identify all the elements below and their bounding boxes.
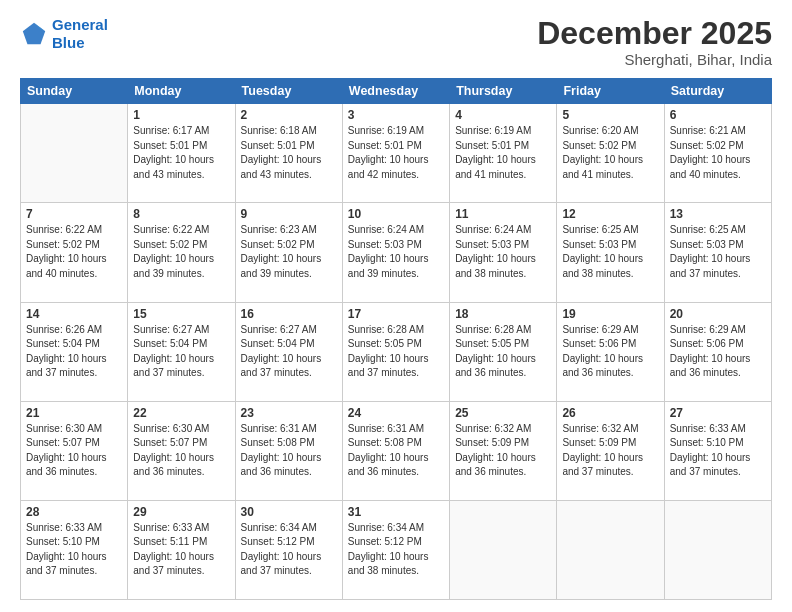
day-info: Sunrise: 6:33 AM Sunset: 5:10 PM Dayligh…	[26, 521, 122, 579]
day-number: 22	[133, 406, 229, 420]
weekday-header-wednesday: Wednesday	[342, 79, 449, 104]
day-info: Sunrise: 6:25 AM Sunset: 5:03 PM Dayligh…	[562, 223, 658, 281]
day-info: Sunrise: 6:21 AM Sunset: 5:02 PM Dayligh…	[670, 124, 766, 182]
calendar-cell: 2Sunrise: 6:18 AM Sunset: 5:01 PM Daylig…	[235, 104, 342, 203]
calendar-cell	[450, 500, 557, 599]
calendar-cell: 26Sunrise: 6:32 AM Sunset: 5:09 PM Dayli…	[557, 401, 664, 500]
day-number: 21	[26, 406, 122, 420]
calendar-cell: 10Sunrise: 6:24 AM Sunset: 5:03 PM Dayli…	[342, 203, 449, 302]
day-number: 15	[133, 307, 229, 321]
day-info: Sunrise: 6:33 AM Sunset: 5:11 PM Dayligh…	[133, 521, 229, 579]
day-info: Sunrise: 6:26 AM Sunset: 5:04 PM Dayligh…	[26, 323, 122, 381]
calendar-cell: 29Sunrise: 6:33 AM Sunset: 5:11 PM Dayli…	[128, 500, 235, 599]
day-number: 1	[133, 108, 229, 122]
day-number: 17	[348, 307, 444, 321]
calendar-cell: 6Sunrise: 6:21 AM Sunset: 5:02 PM Daylig…	[664, 104, 771, 203]
week-row-3: 14Sunrise: 6:26 AM Sunset: 5:04 PM Dayli…	[21, 302, 772, 401]
weekday-header-saturday: Saturday	[664, 79, 771, 104]
day-number: 11	[455, 207, 551, 221]
calendar-cell: 12Sunrise: 6:25 AM Sunset: 5:03 PM Dayli…	[557, 203, 664, 302]
location-title: Sherghati, Bihar, India	[537, 51, 772, 68]
calendar-table: SundayMondayTuesdayWednesdayThursdayFrid…	[20, 78, 772, 600]
calendar-cell: 23Sunrise: 6:31 AM Sunset: 5:08 PM Dayli…	[235, 401, 342, 500]
day-info: Sunrise: 6:29 AM Sunset: 5:06 PM Dayligh…	[670, 323, 766, 381]
day-info: Sunrise: 6:23 AM Sunset: 5:02 PM Dayligh…	[241, 223, 337, 281]
day-info: Sunrise: 6:31 AM Sunset: 5:08 PM Dayligh…	[348, 422, 444, 480]
day-number: 16	[241, 307, 337, 321]
calendar-cell: 5Sunrise: 6:20 AM Sunset: 5:02 PM Daylig…	[557, 104, 664, 203]
day-number: 18	[455, 307, 551, 321]
day-info: Sunrise: 6:20 AM Sunset: 5:02 PM Dayligh…	[562, 124, 658, 182]
week-row-4: 21Sunrise: 6:30 AM Sunset: 5:07 PM Dayli…	[21, 401, 772, 500]
day-number: 13	[670, 207, 766, 221]
day-number: 9	[241, 207, 337, 221]
calendar-cell: 19Sunrise: 6:29 AM Sunset: 5:06 PM Dayli…	[557, 302, 664, 401]
day-number: 20	[670, 307, 766, 321]
weekday-header-sunday: Sunday	[21, 79, 128, 104]
day-number: 23	[241, 406, 337, 420]
day-info: Sunrise: 6:22 AM Sunset: 5:02 PM Dayligh…	[26, 223, 122, 281]
calendar-cell: 20Sunrise: 6:29 AM Sunset: 5:06 PM Dayli…	[664, 302, 771, 401]
day-number: 30	[241, 505, 337, 519]
day-number: 6	[670, 108, 766, 122]
calendar-cell: 7Sunrise: 6:22 AM Sunset: 5:02 PM Daylig…	[21, 203, 128, 302]
day-number: 3	[348, 108, 444, 122]
day-info: Sunrise: 6:17 AM Sunset: 5:01 PM Dayligh…	[133, 124, 229, 182]
calendar-body: 1Sunrise: 6:17 AM Sunset: 5:01 PM Daylig…	[21, 104, 772, 600]
calendar-cell: 1Sunrise: 6:17 AM Sunset: 5:01 PM Daylig…	[128, 104, 235, 203]
calendar-cell: 28Sunrise: 6:33 AM Sunset: 5:10 PM Dayli…	[21, 500, 128, 599]
day-info: Sunrise: 6:24 AM Sunset: 5:03 PM Dayligh…	[348, 223, 444, 281]
day-info: Sunrise: 6:28 AM Sunset: 5:05 PM Dayligh…	[455, 323, 551, 381]
calendar-cell: 18Sunrise: 6:28 AM Sunset: 5:05 PM Dayli…	[450, 302, 557, 401]
calendar-cell	[664, 500, 771, 599]
day-info: Sunrise: 6:30 AM Sunset: 5:07 PM Dayligh…	[133, 422, 229, 480]
day-info: Sunrise: 6:25 AM Sunset: 5:03 PM Dayligh…	[670, 223, 766, 281]
day-info: Sunrise: 6:28 AM Sunset: 5:05 PM Dayligh…	[348, 323, 444, 381]
day-number: 28	[26, 505, 122, 519]
weekday-header-row: SundayMondayTuesdayWednesdayThursdayFrid…	[21, 79, 772, 104]
day-info: Sunrise: 6:33 AM Sunset: 5:10 PM Dayligh…	[670, 422, 766, 480]
calendar-cell: 30Sunrise: 6:34 AM Sunset: 5:12 PM Dayli…	[235, 500, 342, 599]
logo-icon	[20, 20, 48, 48]
day-info: Sunrise: 6:29 AM Sunset: 5:06 PM Dayligh…	[562, 323, 658, 381]
calendar-cell: 24Sunrise: 6:31 AM Sunset: 5:08 PM Dayli…	[342, 401, 449, 500]
title-block: December 2025 Sherghati, Bihar, India	[537, 16, 772, 68]
weekday-header-monday: Monday	[128, 79, 235, 104]
day-info: Sunrise: 6:27 AM Sunset: 5:04 PM Dayligh…	[133, 323, 229, 381]
weekday-header-thursday: Thursday	[450, 79, 557, 104]
day-info: Sunrise: 6:27 AM Sunset: 5:04 PM Dayligh…	[241, 323, 337, 381]
day-info: Sunrise: 6:34 AM Sunset: 5:12 PM Dayligh…	[241, 521, 337, 579]
day-number: 7	[26, 207, 122, 221]
calendar-cell	[557, 500, 664, 599]
header: General Blue December 2025 Sherghati, Bi…	[20, 16, 772, 68]
calendar-cell: 4Sunrise: 6:19 AM Sunset: 5:01 PM Daylig…	[450, 104, 557, 203]
day-info: Sunrise: 6:32 AM Sunset: 5:09 PM Dayligh…	[455, 422, 551, 480]
page: General Blue December 2025 Sherghati, Bi…	[0, 0, 792, 612]
logo-text: General Blue	[52, 16, 108, 52]
day-number: 2	[241, 108, 337, 122]
calendar-cell: 31Sunrise: 6:34 AM Sunset: 5:12 PM Dayli…	[342, 500, 449, 599]
month-title: December 2025	[537, 16, 772, 51]
day-info: Sunrise: 6:30 AM Sunset: 5:07 PM Dayligh…	[26, 422, 122, 480]
calendar-cell: 17Sunrise: 6:28 AM Sunset: 5:05 PM Dayli…	[342, 302, 449, 401]
day-number: 10	[348, 207, 444, 221]
calendar-cell: 27Sunrise: 6:33 AM Sunset: 5:10 PM Dayli…	[664, 401, 771, 500]
weekday-header-friday: Friday	[557, 79, 664, 104]
day-info: Sunrise: 6:34 AM Sunset: 5:12 PM Dayligh…	[348, 521, 444, 579]
day-info: Sunrise: 6:32 AM Sunset: 5:09 PM Dayligh…	[562, 422, 658, 480]
calendar-cell: 16Sunrise: 6:27 AM Sunset: 5:04 PM Dayli…	[235, 302, 342, 401]
day-number: 4	[455, 108, 551, 122]
day-info: Sunrise: 6:19 AM Sunset: 5:01 PM Dayligh…	[455, 124, 551, 182]
week-row-5: 28Sunrise: 6:33 AM Sunset: 5:10 PM Dayli…	[21, 500, 772, 599]
calendar-cell: 13Sunrise: 6:25 AM Sunset: 5:03 PM Dayli…	[664, 203, 771, 302]
day-info: Sunrise: 6:31 AM Sunset: 5:08 PM Dayligh…	[241, 422, 337, 480]
day-number: 29	[133, 505, 229, 519]
week-row-2: 7Sunrise: 6:22 AM Sunset: 5:02 PM Daylig…	[21, 203, 772, 302]
calendar-cell	[21, 104, 128, 203]
day-number: 8	[133, 207, 229, 221]
calendar-cell: 21Sunrise: 6:30 AM Sunset: 5:07 PM Dayli…	[21, 401, 128, 500]
day-number: 26	[562, 406, 658, 420]
calendar-cell: 8Sunrise: 6:22 AM Sunset: 5:02 PM Daylig…	[128, 203, 235, 302]
day-info: Sunrise: 6:19 AM Sunset: 5:01 PM Dayligh…	[348, 124, 444, 182]
day-info: Sunrise: 6:24 AM Sunset: 5:03 PM Dayligh…	[455, 223, 551, 281]
